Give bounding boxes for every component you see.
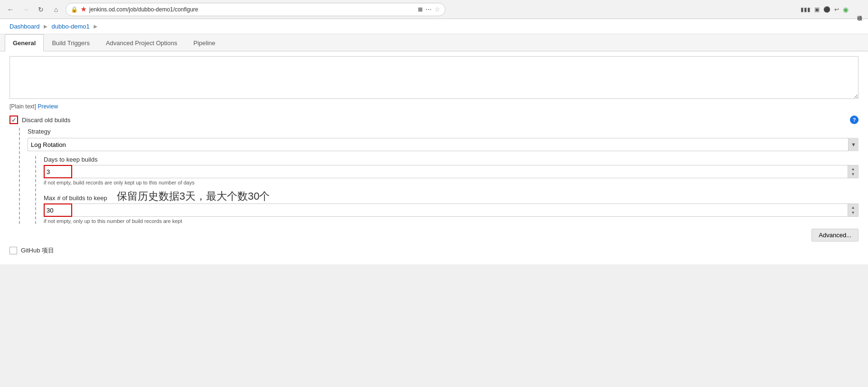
advanced-btn-row: Advanced... bbox=[9, 229, 859, 242]
days-input-row: ▲ ▼ bbox=[44, 165, 859, 178]
checkmark-icon: ✓ bbox=[11, 116, 17, 124]
plain-text-label: [Plain text] bbox=[9, 103, 36, 110]
days-label: Days to keep builds bbox=[44, 156, 859, 163]
tab-pipeline[interactable]: Pipeline bbox=[185, 34, 223, 51]
breadcrumb-home[interactable]: Dashboard bbox=[9, 23, 40, 30]
undo-icon: ↩ bbox=[834, 6, 839, 13]
discard-builds-label: Discard old builds bbox=[22, 116, 71, 124]
breadcrumb-sep-1: ► bbox=[43, 23, 49, 30]
content-area: [Plain text] Preview ✓ Discard old build… bbox=[0, 51, 868, 264]
max-builds-down-arrow: ▼ bbox=[851, 211, 855, 215]
plain-text-preview-row: [Plain text] Preview bbox=[9, 103, 859, 110]
main-content: General Build Triggers Advanced Project … bbox=[0, 34, 868, 264]
breadcrumb: Dashboard ► dubbo-demo1 ► bbox=[0, 19, 868, 34]
max-builds-hint: if not empty, only up to this number of … bbox=[44, 218, 859, 224]
breadcrumb-project[interactable]: dubbo-demo1 bbox=[51, 23, 89, 30]
security-icon: 🔒 bbox=[71, 6, 78, 13]
discard-builds-checkbox[interactable]: ✓ bbox=[9, 116, 18, 124]
days-input[interactable] bbox=[44, 165, 72, 178]
forward-button[interactable]: → bbox=[20, 4, 31, 15]
github-row: GitHub 项目 bbox=[9, 246, 859, 255]
strategy-select[interactable]: Log Rotation bbox=[28, 138, 859, 151]
days-down-arrow: ▼ bbox=[851, 173, 855, 176]
max-builds-label-row: Max # of builds to keep 保留历史数据3天，最大个数30个 bbox=[44, 189, 859, 203]
days-hint: if not empty, build records are only kep… bbox=[44, 180, 859, 185]
description-textarea[interactable] bbox=[9, 56, 859, 99]
browser-right-icons: ▮▮▮ ▣ ⚫ ↩ ◉ bbox=[801, 6, 849, 13]
days-up-arrow: ▲ bbox=[851, 167, 855, 171]
discard-builds-row: ✓ Discard old builds ? bbox=[9, 116, 859, 124]
days-input-fill bbox=[72, 165, 848, 178]
browser-chrome: ← → ↻ ⌂ 🔒 ★ jenkins.od.com/job/dubbo-dem… bbox=[0, 0, 868, 19]
shield-check-icon: ◉ bbox=[843, 6, 849, 13]
annotation-text: 保留历史数据3天，最大个数30个 bbox=[117, 189, 270, 203]
advanced-button[interactable]: Advanced... bbox=[811, 229, 859, 242]
address-bar: 🔒 ★ jenkins.od.com/job/dubbo-demo1/confi… bbox=[66, 3, 445, 16]
reader-icon: ▣ bbox=[814, 6, 820, 13]
max-builds-input-row: ▲ ▼ bbox=[44, 203, 859, 217]
tab-general[interactable]: General bbox=[5, 34, 44, 51]
max-builds-spinner[interactable]: ▲ ▼ bbox=[848, 203, 859, 217]
field-section: Days to keep builds ▲ ▼ if not empty, bu… bbox=[35, 156, 859, 224]
max-builds-input[interactable] bbox=[44, 203, 72, 217]
home-button[interactable]: ⌂ bbox=[50, 4, 62, 15]
tab-build-triggers[interactable]: Build Triggers bbox=[44, 34, 97, 51]
url-text[interactable]: jenkins.od.com/job/dubbo-demo1/configure bbox=[89, 6, 415, 13]
help-icon[interactable]: ? bbox=[850, 116, 859, 124]
tabs-bar: General Build Triggers Advanced Project … bbox=[0, 34, 868, 51]
strategy-section: Strategy Log Rotation ▼ Days to keep bui… bbox=[19, 128, 859, 224]
github-label: GitHub 项目 bbox=[21, 246, 54, 255]
extension-icon: ⚫ bbox=[823, 6, 830, 13]
bar-chart-icon: ▮▮▮ bbox=[801, 6, 811, 13]
preview-link[interactable]: Preview bbox=[38, 103, 58, 110]
github-checkbox[interactable] bbox=[9, 247, 17, 254]
tab-advanced-project-options[interactable]: Advanced Project Options bbox=[98, 34, 185, 51]
max-builds-input-fill bbox=[72, 203, 848, 217]
brand-icon: ★ bbox=[81, 6, 86, 13]
breadcrumb-sep-2: ► bbox=[93, 23, 99, 30]
qr-icon: ▦ bbox=[418, 6, 423, 12]
reload-button[interactable]: ↻ bbox=[35, 4, 47, 15]
star-icon[interactable]: ☆ bbox=[434, 6, 440, 13]
max-builds-up-arrow: ▲ bbox=[851, 206, 855, 210]
days-spinner[interactable]: ▲ ▼ bbox=[848, 165, 859, 178]
more-icon: ⋯ bbox=[425, 6, 432, 13]
back-button[interactable]: ← bbox=[5, 4, 16, 15]
strategy-label: Strategy bbox=[28, 128, 859, 135]
strategy-select-wrapper: Log Rotation ▼ bbox=[28, 138, 859, 151]
max-builds-label: Max # of builds to keep bbox=[44, 194, 107, 202]
